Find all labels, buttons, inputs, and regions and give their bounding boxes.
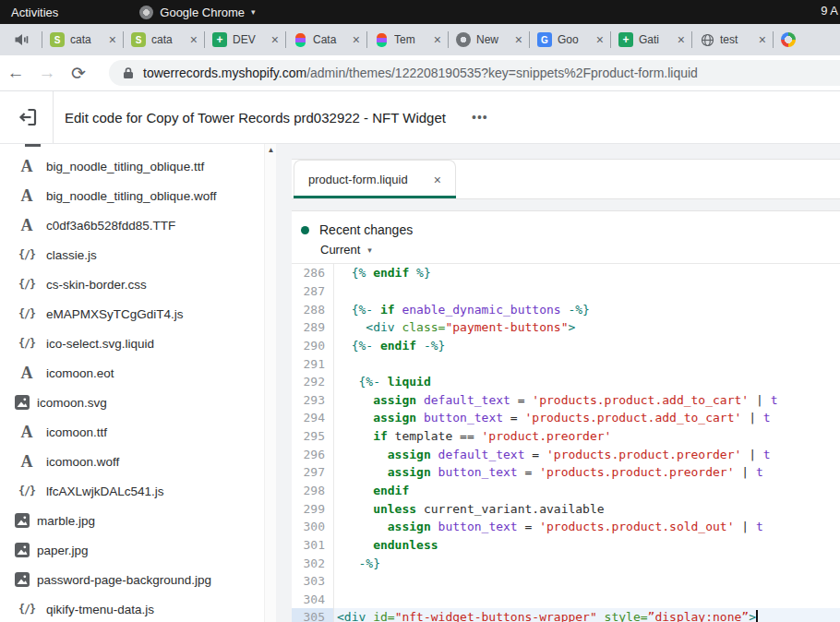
file-item[interactable]: {/}eMAPMXSyTCgGdiT4.js <box>0 299 264 329</box>
code-line[interactable]: 296 assign default_text = 'products.prod… <box>292 445 840 463</box>
forward-icon[interactable]: → <box>31 63 63 83</box>
font-file-icon: A <box>15 423 39 442</box>
browser-tab[interactable] <box>774 24 838 55</box>
tab-close-icon[interactable]: × <box>596 33 604 46</box>
tab-close-icon[interactable]: × <box>271 33 279 46</box>
clipped-file-icon-fragment <box>25 144 41 147</box>
system-top-bar: Activities Google Chrome ▾ 9 A <box>0 0 840 24</box>
code-line[interactable]: 288 {%- if enable_dynamic_buttons -%} <box>292 300 840 318</box>
editor-tab-label: product-form.liquid <box>308 173 408 186</box>
file-item[interactable]: password-page-background.jpg <box>0 565 264 594</box>
main-content: Abig_noodle_titling_oblique.ttfAbig_nood… <box>0 144 840 622</box>
code-line[interactable]: 298 endif <box>292 482 840 500</box>
editor-tab-product-form[interactable]: product-form.liquid × <box>294 160 456 198</box>
code-line[interactable]: 303 <box>292 572 840 591</box>
tab-close-icon[interactable]: × <box>353 33 360 46</box>
browser-tab[interactable]: Scata× <box>124 24 205 55</box>
exit-code-editor-button[interactable] <box>17 106 41 128</box>
address-bar[interactable]: towerrecords.myshopify.com/admin/themes/… <box>109 60 840 86</box>
code-line[interactable]: 302 -%} <box>292 554 840 572</box>
file-item[interactable]: Aicomoon.eot <box>0 358 264 388</box>
code-area[interactable]: 286 {% endif %}287288 {%- if enable_dyna… <box>292 264 840 622</box>
browser-tab[interactable]: Scata× <box>42 24 124 55</box>
code-line[interactable]: 295 if template == 'product.preorder' <box>292 427 840 446</box>
file-item[interactable]: {/}lfcAXLwjkDALc541.js <box>0 476 264 506</box>
file-name: cs-skin-border.css <box>46 278 147 292</box>
back-icon[interactable]: ← <box>0 63 31 83</box>
code-line[interactable]: 294 assign button_text = 'products.produ… <box>292 409 840 427</box>
editor-tab-close-icon[interactable]: × <box>434 173 441 187</box>
sidebar-scrollbar[interactable]: ▲ <box>264 144 277 622</box>
tab-audio-indicator[interactable] <box>0 24 42 55</box>
file-item[interactable]: {/}qikify-tmenu-data.js <box>0 594 264 622</box>
code-line[interactable]: 305<div id="nft-widget-buttons-wrapper" … <box>292 608 840 622</box>
code-line[interactable]: 289 <div class="payment-buttons"> <box>292 318 840 337</box>
code-line[interactable]: 301 endunless <box>292 536 840 555</box>
line-content: assign button_text = 'products.product.s… <box>334 518 840 536</box>
app-menu-caret-icon: ▾ <box>251 7 256 17</box>
code-line[interactable]: 304 <box>292 591 840 609</box>
translate-favicon: G <box>537 32 552 47</box>
app-menu[interactable]: Google Chrome ▾ <box>139 6 255 19</box>
reload-icon[interactable]: ⟳ <box>63 63 94 84</box>
line-content: assign button_text = 'products.product.a… <box>334 409 840 427</box>
tab-close-icon[interactable]: × <box>434 33 441 46</box>
file-item[interactable]: paper.jpg <box>0 535 264 565</box>
code-line[interactable]: 291 <box>292 354 840 373</box>
code-line[interactable]: 299 unless current_variant.available <box>292 499 840 518</box>
file-list: Abig_noodle_titling_oblique.ttfAbig_nood… <box>0 144 264 622</box>
browser-tab[interactable]: +DEV× <box>205 24 286 55</box>
code-line[interactable]: 300 assign button_text = 'products.produ… <box>292 518 840 536</box>
file-item[interactable]: icomoon.svg <box>0 388 264 417</box>
file-name: lfcAXLwjkDALc541.js <box>46 484 164 498</box>
browser-tab[interactable]: test× <box>692 24 774 55</box>
tab-close-icon[interactable]: × <box>109 33 116 46</box>
activities-button[interactable]: Activities <box>11 6 58 19</box>
line-content: endif <box>334 482 840 500</box>
url-text: towerrecords.myshopify.com/admin/themes/… <box>143 66 698 80</box>
line-content: assign default_text = 'products.product.… <box>334 390 840 409</box>
browser-tab[interactable]: Cata× <box>286 24 367 55</box>
file-item[interactable]: Aicomoon.ttf <box>0 417 264 447</box>
tab-close-icon[interactable]: × <box>678 33 685 46</box>
browser-tab-title: Cata <box>313 33 347 46</box>
code-line[interactable]: 292 {%- liquid <box>292 373 840 391</box>
file-sidebar: Abig_noodle_titling_oblique.ttfAbig_nood… <box>0 144 264 622</box>
file-item[interactable]: {/}ico-select.svg.liquid <box>0 329 264 358</box>
code-line[interactable]: 297 assign button_text = 'products.produ… <box>292 463 840 482</box>
browser-tab[interactable]: Tem× <box>367 24 449 55</box>
more-actions-button[interactable]: ••• <box>472 110 488 125</box>
file-item[interactable]: {/}cs-skin-border.css <box>0 269 264 299</box>
file-item[interactable]: marble.jpg <box>0 506 264 535</box>
browser-tab[interactable]: GGoo× <box>530 24 611 55</box>
file-item[interactable]: {/}classie.js <box>0 240 264 269</box>
recent-changes-label: Recent changes <box>319 222 413 237</box>
file-item[interactable]: Abig_noodle_titling_oblique.ttf <box>0 151 264 181</box>
code-line[interactable]: 286 {% endif %} <box>292 264 840 282</box>
file-name: password-page-background.jpg <box>37 573 211 587</box>
code-line[interactable]: 290 {%- endif -%} <box>292 337 840 355</box>
version-label: Current <box>320 243 360 257</box>
browser-tab[interactable]: +Gati× <box>611 24 692 55</box>
version-dropdown[interactable]: Current ▾ <box>320 243 840 257</box>
browser-tab[interactable]: New× <box>449 24 530 55</box>
file-item[interactable]: Aicomoon.woff <box>0 447 264 476</box>
browser-tabs: Scata×Scata×+DEV×Cata×Tem×New×GGoo×+Gati… <box>42 24 838 55</box>
sheets-favicon: + <box>618 32 633 47</box>
file-item[interactable]: Ac0df3a6b528fdd85.TTF <box>0 210 264 240</box>
tab-close-icon[interactable]: × <box>515 33 522 46</box>
tab-close-icon[interactable]: × <box>759 33 766 46</box>
image-file-icon <box>15 543 30 557</box>
chrome-app-icon <box>139 6 153 19</box>
line-number: 296 <box>292 445 334 463</box>
line-number: 299 <box>292 499 334 518</box>
line-number: 290 <box>292 337 334 355</box>
line-content: <div class="payment-buttons"> <box>334 318 840 337</box>
system-clock[interactable]: 9 A <box>821 4 838 18</box>
file-item[interactable]: Abig_noodle_titling_oblique.woff <box>0 181 264 210</box>
code-line[interactable]: 293 assign default_text = 'products.prod… <box>292 390 840 409</box>
code-line[interactable]: 287 <box>292 282 840 301</box>
browser-tab-title: cata <box>70 33 103 46</box>
line-content: -%} <box>334 554 840 572</box>
tab-close-icon[interactable]: × <box>190 33 198 46</box>
